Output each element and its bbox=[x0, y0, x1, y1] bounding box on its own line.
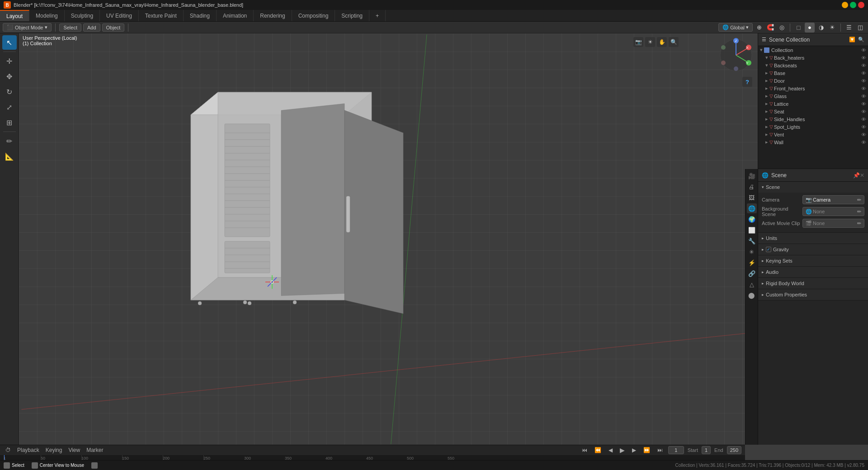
camera-value[interactable]: 📷 Camera ✏ bbox=[802, 195, 864, 204]
visibility-door[interactable]: 👁 bbox=[861, 78, 866, 84]
prop-icon-material[interactable]: ⬤ bbox=[747, 290, 757, 300]
view-menu[interactable]: View bbox=[66, 447, 82, 453]
visibility-base[interactable]: 👁 bbox=[861, 70, 866, 76]
visibility-glass[interactable]: 👁 bbox=[861, 94, 866, 99]
prop-icon-physics[interactable]: ⚡ bbox=[747, 258, 757, 268]
tab-modeling[interactable]: Modeling bbox=[29, 10, 65, 21]
select-menu[interactable]: Select bbox=[59, 24, 81, 32]
keying-section-header[interactable]: ▸ Keying Sets bbox=[758, 255, 868, 266]
tab-shading[interactable]: Shading bbox=[184, 10, 217, 21]
prop-icon-scene[interactable]: 🌐 bbox=[747, 203, 757, 213]
visibility-front-heaters[interactable]: 👁 bbox=[861, 86, 866, 91]
visibility-lattice[interactable]: 👁 bbox=[861, 101, 866, 107]
shading-rendered[interactable]: ☀ bbox=[827, 23, 837, 33]
prop-icon-object[interactable]: ⬜ bbox=[747, 225, 757, 235]
active-movie-value[interactable]: 🎬 None ✏ bbox=[802, 219, 864, 228]
close-button[interactable] bbox=[858, 2, 864, 8]
gravity-section-header[interactable]: ▸ Gravity bbox=[758, 244, 868, 255]
visibility-spot-lights[interactable]: 👁 bbox=[861, 124, 866, 130]
prop-icon-render[interactable]: 🎥 bbox=[747, 171, 757, 181]
maximize-button[interactable] bbox=[850, 2, 856, 8]
visibility-seat[interactable]: 👁 bbox=[861, 109, 866, 114]
tab-compositing[interactable]: Compositing bbox=[292, 10, 335, 21]
visibility-back-heaters[interactable]: 👁 bbox=[861, 55, 866, 61]
play-btn[interactable]: ▶ bbox=[618, 446, 627, 454]
shading-solid[interactable]: ● bbox=[805, 23, 815, 33]
overlay-icon[interactable]: ☰ bbox=[844, 23, 854, 33]
start-frame-input[interactable]: 1 bbox=[702, 446, 711, 454]
prop-icon-view[interactable]: 🖼 bbox=[747, 193, 757, 202]
outliner-item-lattice[interactable]: ▸ ▽ Lattice 👁 bbox=[758, 100, 868, 108]
bg-edit-icon[interactable]: ✏ bbox=[857, 209, 861, 215]
annotate-tool[interactable]: ✏ bbox=[2, 134, 17, 148]
tab-uv-editing[interactable]: UV Editing bbox=[100, 10, 139, 21]
end-frame-input[interactable]: 250 bbox=[727, 446, 741, 454]
visibility-icon[interactable]: 👁 bbox=[861, 47, 866, 53]
scale-tool[interactable]: ⤢ bbox=[2, 100, 17, 114]
cursor-tool[interactable]: ✛ bbox=[2, 54, 17, 68]
window-controls[interactable] bbox=[842, 2, 864, 8]
gravity-checkbox[interactable] bbox=[766, 247, 771, 252]
camera-edit-icon[interactable]: ✏ bbox=[857, 197, 861, 203]
view-camera-icon[interactable]: 📷 bbox=[633, 37, 643, 47]
tab-add[interactable]: + bbox=[369, 10, 386, 21]
jump-end-btn[interactable]: ⏭ bbox=[656, 447, 665, 453]
outliner-item-seat[interactable]: ▸ ▽ Seat 👁 bbox=[758, 108, 868, 115]
snap-icon[interactable]: 🧲 bbox=[765, 23, 775, 33]
visibility-side-handles[interactable]: 👁 bbox=[861, 117, 866, 122]
outliner-item-base[interactable]: ▸ ▽ Base 👁 bbox=[758, 69, 868, 77]
shading-material[interactable]: ◑ bbox=[816, 23, 826, 33]
outliner-item-glass[interactable]: ▸ ▽ Glass 👁 bbox=[758, 92, 868, 100]
props-pin-icon[interactable]: 📌 bbox=[853, 172, 860, 179]
marker-menu[interactable]: Marker bbox=[85, 447, 105, 453]
prop-icon-modifier[interactable]: 🔧 bbox=[747, 236, 757, 246]
tab-layout[interactable]: Layout bbox=[0, 10, 29, 21]
outliner-item-backseats[interactable]: ▾ ▽ Backseats 👁 bbox=[758, 61, 868, 69]
outliner-filter-icon[interactable]: 🔽 bbox=[849, 37, 855, 42]
custom-section-header[interactable]: ▸ Custom Properties bbox=[758, 289, 868, 300]
view-render-icon[interactable]: ☀ bbox=[645, 37, 655, 47]
outliner-item-front-heaters[interactable]: ▸ ▽ Front_heaters 👁 bbox=[758, 85, 868, 92]
prop-icon-output[interactable]: 🖨 bbox=[747, 182, 757, 192]
tab-texture-paint[interactable]: Texture Paint bbox=[139, 10, 184, 21]
outliner-item-side-handles[interactable]: ▸ ▽ Side_Handles 👁 bbox=[758, 115, 868, 123]
outliner-search-icon[interactable]: 🔍 bbox=[858, 37, 864, 42]
add-menu[interactable]: Add bbox=[83, 24, 100, 32]
proportional-icon[interactable]: ◎ bbox=[777, 23, 787, 33]
tab-animation[interactable]: Animation bbox=[217, 10, 254, 21]
jump-start-btn[interactable]: ⏮ bbox=[580, 447, 589, 453]
prop-icon-data[interactable]: △ bbox=[747, 279, 757, 289]
xray-icon[interactable]: ◫ bbox=[855, 23, 865, 33]
pivot-icon[interactable]: ⊕ bbox=[754, 23, 764, 33]
outliner-item-spot-lights[interactable]: ▸ ▽ Spot_Lights 👁 bbox=[758, 123, 868, 131]
prev-keyframe-btn[interactable]: ⏪ bbox=[593, 447, 603, 453]
props-close-icon[interactable]: ✕ bbox=[860, 172, 864, 179]
visibility-wall[interactable]: 👁 bbox=[861, 140, 866, 145]
rigid-section-header[interactable]: ▸ Rigid Body World bbox=[758, 278, 868, 289]
minimize-button[interactable] bbox=[842, 2, 848, 8]
view-zoom-icon[interactable]: 🔍 bbox=[669, 37, 679, 47]
outliner-item-back-heaters[interactable]: ▾ ▽ Back_heaters 👁 bbox=[758, 54, 868, 61]
prev-frame-btn[interactable]: ◀ bbox=[607, 447, 614, 453]
viewport-3d[interactable]: User Perspective (Local) (1) Collection … bbox=[19, 33, 758, 445]
background-value[interactable]: 🌐 None ✏ bbox=[802, 207, 864, 216]
next-frame-btn[interactable]: ▶ bbox=[630, 447, 638, 453]
outliner-item-vent[interactable]: ▸ ▽ Vent 👁 bbox=[758, 131, 868, 138]
tab-sculpting[interactable]: Sculpting bbox=[65, 10, 100, 21]
outliner-item-collection[interactable]: ▾ Collection 👁 bbox=[758, 46, 868, 54]
visibility-backseats[interactable]: 👁 bbox=[861, 63, 866, 68]
prop-icon-world[interactable]: 🌍 bbox=[747, 214, 757, 224]
nav-gizmo[interactable]: Y X Z bbox=[718, 37, 754, 73]
visibility-vent[interactable]: 👁 bbox=[861, 132, 866, 137]
rotate-tool[interactable]: ↻ bbox=[2, 85, 17, 99]
outliner-item-door[interactable]: ▸ ▽ Door 👁 bbox=[758, 77, 868, 85]
next-keyframe-btn[interactable]: ⏩ bbox=[642, 447, 652, 453]
global-selector[interactable]: 🌐Global▾ bbox=[718, 23, 753, 32]
movie-edit-icon[interactable]: ✏ bbox=[857, 221, 861, 226]
object-mode-selector[interactable]: ⬛ Object Mode ▾ bbox=[3, 23, 52, 32]
measure-tool[interactable]: 📐 bbox=[2, 149, 17, 164]
current-frame-display[interactable]: 1 bbox=[668, 446, 684, 454]
shading-wire[interactable]: ◻ bbox=[793, 23, 803, 33]
prop-icon-constraints[interactable]: 🔗 bbox=[747, 268, 757, 278]
view-move-icon[interactable]: ✋ bbox=[657, 37, 667, 47]
